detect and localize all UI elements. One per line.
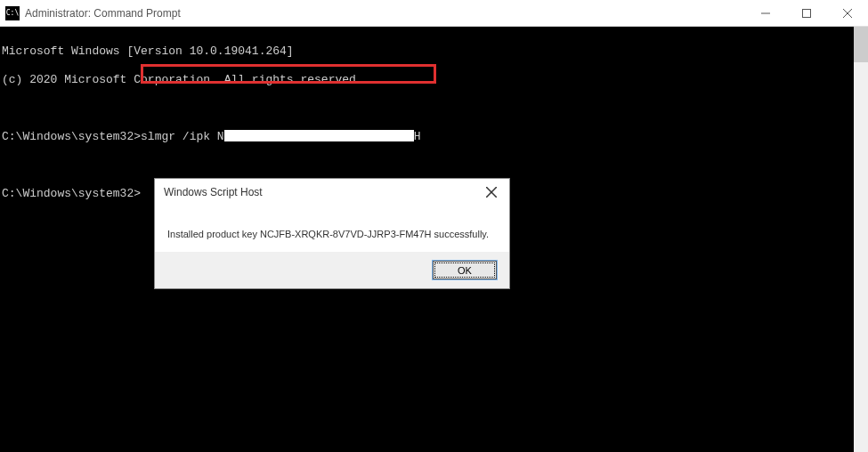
scrollbar-thumb[interactable]: [854, 27, 868, 62]
minimize-button[interactable]: [745, 0, 786, 27]
console-line: [2, 101, 854, 116]
scrollbar[interactable]: [854, 27, 868, 452]
prompt-cmd: slmgr /ipk N: [141, 130, 224, 143]
dialog-message: Installed product key NCJFB-XRQKR-8V7VD-…: [167, 229, 489, 239]
window-title: Administrator: Command Prompt: [25, 7, 745, 20]
dialog-title-bar: Windows Script Host: [155, 179, 509, 206]
close-button[interactable]: [827, 0, 868, 27]
prompt-path: C:\Windows\system32>: [2, 130, 141, 143]
window-controls: [745, 0, 868, 26]
dialog-window: Windows Script Host Installed product ke…: [154, 178, 510, 289]
ok-button[interactable]: OK: [433, 261, 497, 279]
title-bar: C:\ Administrator: Command Prompt: [0, 0, 868, 27]
dialog-body: Installed product key NCJFB-XRQKR-8V7VD-…: [155, 206, 509, 252]
maximize-button[interactable]: [786, 0, 827, 27]
console-line: [2, 158, 854, 173]
prompt-path: C:\Windows\system32>: [2, 187, 141, 200]
dialog-close-button[interactable]: [474, 179, 509, 206]
console-line: C:\Windows\system32>slmgr /ipk NH: [2, 130, 854, 144]
cmd-icon: C:\: [5, 6, 20, 20]
console-line: Microsoft Windows [Version 10.0.19041.26…: [2, 44, 854, 59]
dialog-footer: OK: [155, 252, 509, 288]
console-line: (c) 2020 Microsoft Corporation. All righ…: [2, 73, 854, 87]
redacted-key: [224, 130, 414, 141]
dialog-title: Windows Script Host: [164, 186, 263, 198]
svg-rect-1: [803, 10, 811, 18]
prompt-tail: H: [414, 130, 421, 143]
